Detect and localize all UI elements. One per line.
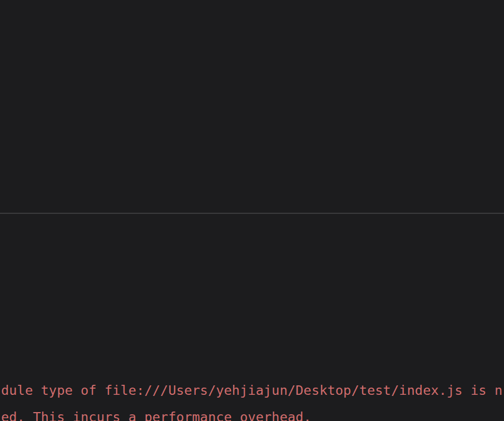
terminal-pane[interactable]: dule type of file:///Users/yehjiajun/Des…	[0, 214, 504, 421]
terminal-error-line: ed. This incurs a performance overhead.	[1, 411, 312, 421]
upper-pane	[0, 0, 504, 213]
app-window: dule type of file:///Users/yehjiajun/Des…	[0, 0, 504, 421]
terminal-error-line: dule type of file:///Users/yehjiajun/Des…	[1, 384, 502, 398]
